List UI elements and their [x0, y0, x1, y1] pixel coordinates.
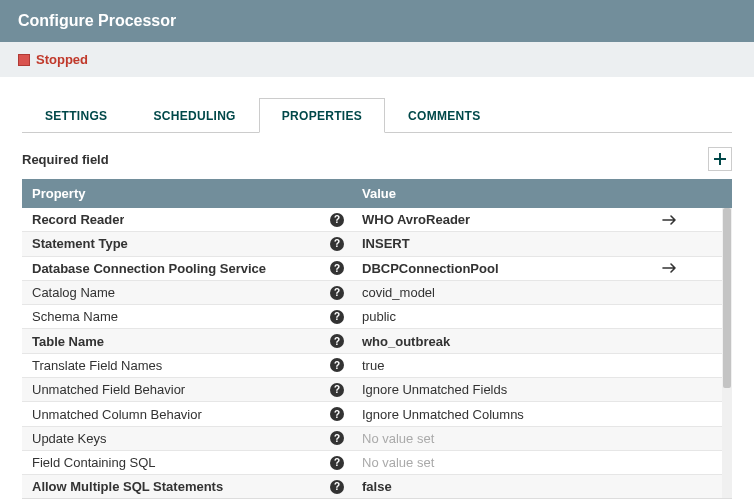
- property-value[interactable]: WHO AvroReader: [352, 212, 652, 227]
- help-icon[interactable]: ?: [330, 286, 344, 300]
- property-value[interactable]: true: [352, 358, 652, 373]
- status-bar: Stopped: [0, 42, 754, 77]
- property-name: Translate Field Names: [32, 358, 162, 373]
- goto-icon[interactable]: [662, 214, 678, 226]
- property-value[interactable]: No value set: [352, 431, 652, 446]
- property-value[interactable]: INSERT: [352, 236, 652, 251]
- table-row[interactable]: Schema Name?public: [22, 305, 722, 329]
- help-icon[interactable]: ?: [330, 480, 344, 494]
- properties-table: Property Value Record Reader?WHO AvroRea…: [22, 179, 732, 499]
- table-row[interactable]: Statement Type?INSERT: [22, 232, 722, 256]
- property-value[interactable]: public: [352, 309, 652, 324]
- goto-icon[interactable]: [662, 262, 678, 274]
- header-value: Value: [352, 179, 662, 208]
- help-icon[interactable]: ?: [330, 213, 344, 227]
- property-name: Allow Multiple SQL Statements: [32, 479, 223, 494]
- help-icon[interactable]: ?: [330, 456, 344, 470]
- status-label: Stopped: [36, 52, 88, 67]
- header-actions: [662, 179, 732, 208]
- property-name: Field Containing SQL: [32, 455, 156, 470]
- help-icon[interactable]: ?: [330, 310, 344, 324]
- table-row[interactable]: Allow Multiple SQL Statements?false: [22, 475, 722, 499]
- property-name: Unmatched Field Behavior: [32, 382, 185, 397]
- property-name: Database Connection Pooling Service: [32, 261, 266, 276]
- help-icon[interactable]: ?: [330, 407, 344, 421]
- help-icon[interactable]: ?: [330, 383, 344, 397]
- property-name: Catalog Name: [32, 285, 115, 300]
- dialog-title: Configure Processor: [0, 0, 754, 42]
- tabs: SETTINGS SCHEDULING PROPERTIES COMMENTS: [22, 97, 732, 133]
- help-icon[interactable]: ?: [330, 237, 344, 251]
- table-row[interactable]: Field Containing SQL?No value set: [22, 451, 722, 475]
- property-name: Statement Type: [32, 236, 128, 251]
- header-property: Property: [22, 179, 352, 208]
- help-icon[interactable]: ?: [330, 431, 344, 445]
- property-value[interactable]: No value set: [352, 455, 652, 470]
- svg-rect-1: [714, 158, 726, 160]
- property-value[interactable]: DBCPConnectionPool: [352, 261, 652, 276]
- help-icon[interactable]: ?: [330, 358, 344, 372]
- stopped-icon: [18, 54, 30, 66]
- tab-settings[interactable]: SETTINGS: [22, 98, 130, 133]
- property-value[interactable]: who_outbreak: [352, 334, 652, 349]
- table-row[interactable]: Translate Field Names?true: [22, 354, 722, 378]
- table-row[interactable]: Unmatched Field Behavior?Ignore Unmatche…: [22, 378, 722, 402]
- property-value[interactable]: Ignore Unmatched Columns: [352, 407, 652, 422]
- property-value[interactable]: covid_model: [352, 285, 652, 300]
- property-name: Record Reader: [32, 212, 124, 227]
- add-property-button[interactable]: [708, 147, 732, 171]
- tab-properties[interactable]: PROPERTIES: [259, 98, 385, 133]
- help-icon[interactable]: ?: [330, 261, 344, 275]
- tab-comments[interactable]: COMMENTS: [385, 98, 503, 133]
- table-row[interactable]: Database Connection Pooling Service?DBCP…: [22, 257, 722, 281]
- scrollbar[interactable]: [722, 208, 732, 498]
- property-name: Update Keys: [32, 431, 106, 446]
- property-name: Table Name: [32, 334, 104, 349]
- table-row[interactable]: Catalog Name?covid_model: [22, 281, 722, 305]
- table-header: Property Value: [22, 179, 732, 208]
- required-field-label: Required field: [22, 152, 109, 167]
- table-row[interactable]: Table Name?who_outbreak: [22, 329, 722, 353]
- tab-scheduling[interactable]: SCHEDULING: [130, 98, 258, 133]
- table-row[interactable]: Update Keys?No value set: [22, 427, 722, 451]
- property-value[interactable]: Ignore Unmatched Fields: [352, 382, 652, 397]
- scrollbar-thumb[interactable]: [723, 208, 731, 388]
- table-row[interactable]: Record Reader?WHO AvroReader: [22, 208, 722, 232]
- plus-icon: [713, 152, 727, 166]
- help-icon[interactable]: ?: [330, 334, 344, 348]
- property-name: Schema Name: [32, 309, 118, 324]
- property-value[interactable]: false: [352, 479, 652, 494]
- table-row[interactable]: Unmatched Column Behavior?Ignore Unmatch…: [22, 402, 722, 426]
- property-name: Unmatched Column Behavior: [32, 407, 202, 422]
